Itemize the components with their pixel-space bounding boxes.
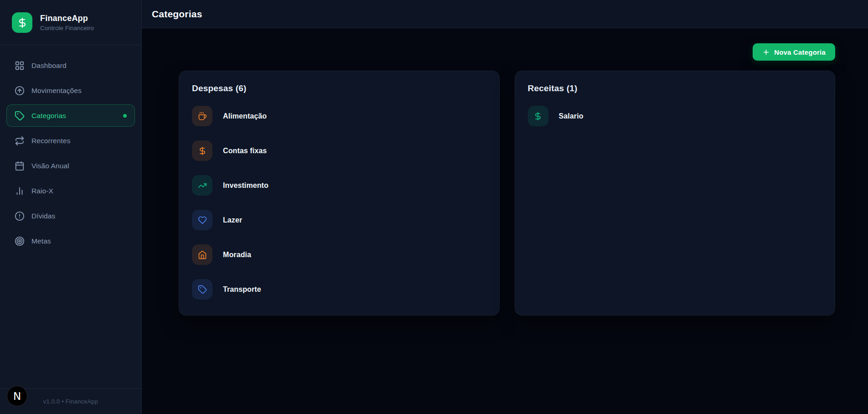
category-cards: Despesas (6) AlimentaçãoContas fixasInve… (179, 71, 835, 316)
sidebar-item-label: Recorrentes (31, 137, 71, 145)
category-item-transporte[interactable]: Transporte (192, 279, 486, 300)
sidebar-item-metas[interactable]: Metas (6, 230, 135, 252)
app-logo (12, 12, 32, 33)
card-receitas: Receitas (1) Salario (515, 71, 836, 316)
sidebar-item-label: Categorias (31, 112, 66, 120)
dollar-sign-icon (192, 140, 212, 161)
sidebar-item-label: Dashboard (31, 62, 67, 70)
category-label: Salario (559, 112, 584, 120)
app-tagline: Controle Financeiro (40, 25, 94, 31)
category-label: Transporte (223, 285, 261, 294)
heart-icon (192, 210, 212, 230)
toolbar: Nova Categoria (179, 43, 835, 61)
sidebar-item-label: Raio-X (31, 187, 53, 195)
tag-icon (192, 279, 212, 300)
category-item-alimentacao[interactable]: Alimentação (192, 106, 486, 126)
sidebar-item-label: Dívidas (31, 212, 55, 220)
coffee-icon (192, 106, 212, 126)
bar-chart-icon (15, 186, 25, 196)
sidebar-item-label: Movimentações (31, 87, 82, 95)
category-label: Moradia (223, 251, 251, 259)
card-title-despesas: Despesas (6) (192, 83, 486, 93)
nextjs-dev-badge[interactable]: N (7, 386, 27, 406)
sidebar-nav: DashboardMovimentaçõesCategoriasRecorren… (0, 45, 141, 261)
sidebar-header: FinanceApp Controle Financeiro (0, 0, 141, 45)
sidebar: FinanceApp Controle Financeiro Dashboard… (0, 0, 142, 414)
dollar-sign-icon (528, 106, 548, 126)
category-list-receitas: Salario (528, 106, 822, 126)
app-name: FinanceApp (40, 14, 94, 23)
category-label: Alimentação (223, 112, 267, 120)
sidebar-item-dashboard[interactable]: Dashboard (6, 54, 135, 77)
version-text: v1.0.0 • FinanceApp (43, 398, 98, 405)
nextjs-logo: N (13, 390, 21, 402)
layout-grid-icon (15, 61, 25, 71)
content: Nova Categoria Despesas (6) AlimentaçãoC… (142, 28, 868, 414)
category-item-lazer[interactable]: Lazer (192, 210, 486, 230)
calendar-icon (15, 161, 25, 171)
category-label: Lazer (223, 216, 242, 224)
target-icon (15, 236, 25, 246)
card-title-receitas: Receitas (1) (528, 83, 822, 93)
category-item-moradia[interactable]: Moradia (192, 244, 486, 265)
new-category-label: Nova Categoria (774, 48, 826, 56)
main-area: Categorias Nova Categoria Despesas (6) A… (142, 0, 868, 414)
category-list-despesas: AlimentaçãoContas fixasInvestimentoLazer… (192, 106, 486, 300)
sidebar-item-dividas[interactable]: Dívidas (6, 205, 135, 227)
sidebar-item-recorrentes[interactable]: Recorrentes (6, 129, 135, 152)
page-header: Categorias (142, 0, 868, 28)
app-titles: FinanceApp Controle Financeiro (40, 14, 94, 31)
sidebar-item-label: Visão Anual (31, 162, 69, 170)
sidebar-item-movimentacoes[interactable]: Movimentações (6, 79, 135, 102)
sidebar-item-visao-anual[interactable]: Visão Anual (6, 155, 135, 177)
sidebar-item-label: Metas (31, 237, 51, 245)
plus-icon (762, 48, 770, 56)
active-indicator-dot (123, 114, 127, 118)
tag-icon (15, 111, 25, 121)
alert-circle-icon (15, 211, 25, 221)
category-label: Contas fixas (223, 147, 267, 155)
category-item-investimento[interactable]: Investimento (192, 175, 486, 196)
home-icon (192, 244, 212, 265)
page-title: Categorias (152, 9, 202, 20)
category-item-salario[interactable]: Salario (528, 106, 822, 126)
category-label: Investimento (223, 181, 269, 190)
trending-up-icon (192, 175, 212, 196)
sidebar-item-categorias[interactable]: Categorias (6, 104, 135, 127)
category-item-contas-fixas[interactable]: Contas fixas (192, 140, 486, 161)
card-despesas: Despesas (6) AlimentaçãoContas fixasInve… (179, 71, 500, 316)
sidebar-item-raio-x[interactable]: Raio-X (6, 180, 135, 202)
dollar-sign-icon (17, 17, 28, 28)
arrow-up-circle-icon (15, 86, 25, 96)
new-category-button[interactable]: Nova Categoria (753, 43, 835, 61)
repeat-icon (15, 136, 25, 146)
